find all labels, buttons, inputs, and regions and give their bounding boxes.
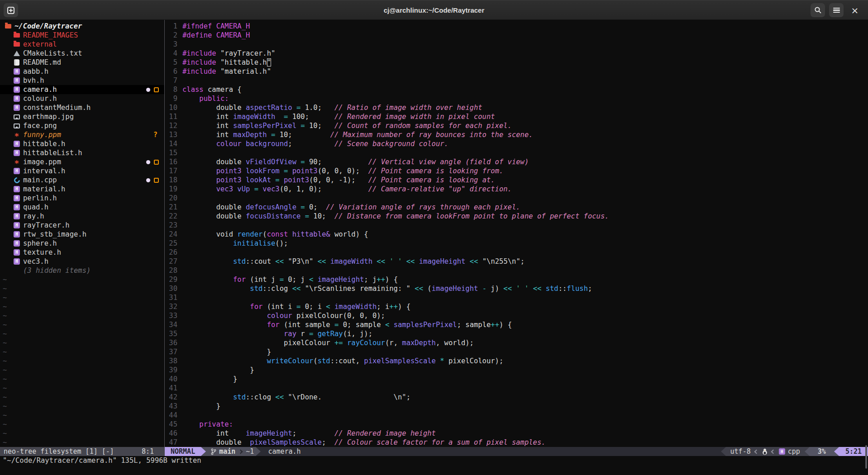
tree-item-raytracer-h[interactable]: HrayTracer.h <box>0 221 164 230</box>
tree-item--3-hidden-items-[interactable]: (3 hidden items) <box>0 266 164 275</box>
code-line-39[interactable]: 39 } <box>165 366 254 375</box>
code-token: background <box>246 140 288 148</box>
tree-item-constantmedium-h[interactable]: HconstantMedium.h <box>0 103 164 112</box>
line-number: 30 <box>165 284 177 293</box>
tree-item-funny-ppm[interactable]: *funny.ppm? <box>0 130 164 139</box>
code-token: double <box>182 212 246 220</box>
code-line-31[interactable]: 31 <box>165 293 182 302</box>
tree-item-material-h[interactable]: Hmaterial.h <box>0 185 164 194</box>
code-line-26[interactable]: 26 <box>165 248 182 257</box>
code-line-47[interactable]: 47 double pixelSamplesScale; // Colour s… <box>165 438 546 447</box>
tree-item-interval-h[interactable]: Hinterval.h <box>0 166 164 176</box>
powerline-separator <box>834 447 839 456</box>
tree-item-ray-h[interactable]: Hray.h <box>0 212 164 221</box>
new-tab-button[interactable] <box>4 3 18 17</box>
code-line-6[interactable]: 6#include "material.h" <box>165 67 271 76</box>
tree-item-readme-images[interactable]: README_IMAGES <box>0 31 164 40</box>
code-line-25[interactable]: 25 initialise(); <box>165 239 288 248</box>
code-token: ; j <box>364 276 377 284</box>
tree-item-cmakelists-txt[interactable]: CMakeLists.txt <box>0 49 164 58</box>
code-line-35[interactable]: 35 ray r = getRay(i, j); <box>165 329 372 338</box>
file-icon <box>13 114 20 119</box>
tree-item--code-raytracer[interactable]: ~/Code/Raytracer <box>0 22 164 31</box>
code-token <box>242 176 246 184</box>
code-line-14[interactable]: 14 colour background; // Scene backgroun… <box>165 139 448 148</box>
code-line-2[interactable]: 2#define CAMERA_H <box>165 31 250 40</box>
line-number: 13 <box>165 130 177 139</box>
code-line-3[interactable]: 3 <box>165 40 182 49</box>
code-token <box>216 49 220 57</box>
scrollbar-thumb[interactable] <box>865 445 867 469</box>
tree-item-image-ppm[interactable]: *image.ppm <box>0 157 164 166</box>
tree-item-colour-h[interactable]: Hcolour.h <box>0 94 164 103</box>
code-line-18[interactable]: 18 point3 lookAt = point3(0, 0, -1); // … <box>165 176 495 185</box>
code-line-22[interactable]: 22 double focusDistance = 10; // Distanc… <box>165 212 609 221</box>
empty-line-tilde: ~ <box>3 393 12 402</box>
code-token <box>182 330 284 338</box>
code-line-37[interactable]: 37 } <box>165 347 271 356</box>
code-line-21[interactable]: 21 double defocusAngle = 0; // Variation… <box>165 203 520 212</box>
code-line-1[interactable]: 1#ifndef CAMERA_H <box>165 22 250 31</box>
code-line-23[interactable]: 23 <box>165 221 182 230</box>
tree-item-sphere-h[interactable]: Hsphere.h <box>0 239 164 248</box>
tree-item-readme-md[interactable]: README.md <box>0 58 164 67</box>
code-line-41[interactable]: 41 <box>165 384 182 393</box>
code-line-24[interactable]: 24 void render(const hittable& world) { <box>165 230 368 239</box>
code-line-44[interactable]: 44 <box>165 411 182 420</box>
code-line-43[interactable]: 43 } <box>165 402 220 411</box>
tree-item-main-cpp[interactable]: main.cpp <box>0 176 164 185</box>
code-line-7[interactable]: 7 <box>165 76 182 85</box>
tree-item-hittable-h[interactable]: Hhittable.h <box>0 139 164 148</box>
close-button[interactable]: × <box>848 3 862 17</box>
code-line-40[interactable]: 40 } <box>165 375 237 384</box>
tree-item-aabb-h[interactable]: Haabb.h <box>0 67 164 76</box>
code-line-17[interactable]: 17 point3 lookFrom = point3(0, 0, 0); //… <box>165 166 503 176</box>
git-branch-name[interactable]: main <box>219 447 235 456</box>
code-line-4[interactable]: 4#include "rayTracer.h" <box>165 49 275 58</box>
code-line-15[interactable]: 15 <box>165 148 182 157</box>
code-line-10[interactable]: 10 double aspectRatio = 1.0; // Ratio of… <box>165 103 482 112</box>
code-line-27[interactable]: 27 std::cout << "P3\n" << imageWidth << … <box>165 257 525 266</box>
code-line-36[interactable]: 36 pixelColour += rayColour(r, maxDepth,… <box>165 338 474 347</box>
code-line-29[interactable]: 29 for (int j = 0; j < imageHeight; j++)… <box>165 275 398 284</box>
tree-item-bvh-h[interactable]: Hbvh.h <box>0 76 164 85</box>
code-token: vec3 <box>216 185 233 193</box>
file-icon: * <box>13 131 20 138</box>
code-line-5[interactable]: 5#include "hittable.h" <box>165 58 271 67</box>
code-line-20[interactable]: 20 <box>165 194 182 203</box>
tree-item-rtw-stb-image-h[interactable]: Hrtw_stb_image.h <box>0 230 164 239</box>
code-token: for <box>250 303 262 311</box>
code-line-45[interactable]: 45 private: <box>165 420 233 429</box>
line-number: 47 <box>165 438 177 447</box>
code-line-32[interactable]: 32 for (int i = 0; i < imageWidth; i++) … <box>165 302 410 311</box>
code-line-30[interactable]: 30 std::clog << "\rScanlines remaining: … <box>165 284 592 293</box>
code-line-33[interactable]: 33 colour pixelColour(0, 0, 0); <box>165 311 385 320</box>
code-line-16[interactable]: 16 double vFieldOfView = 90; // Vertical… <box>165 157 529 166</box>
code-line-11[interactable]: 11 int imageWidth = 100; // Rendered ima… <box>165 112 495 121</box>
code-line-46[interactable]: 46 int imageHeight; // Rendered image he… <box>165 429 436 438</box>
code-line-28[interactable]: 28 <box>165 266 182 275</box>
tree-item-quad-h[interactable]: Hquad.h <box>0 203 164 212</box>
code-line-13[interactable]: 13 int maxDepth = 10; // Maximum number … <box>165 130 533 139</box>
search-button[interactable] <box>811 3 825 17</box>
command-line-message: "~/Code/Raytracer/camera.h" 135L, 5996B … <box>3 456 201 465</box>
tree-item-face-png[interactable]: face.png <box>0 121 164 130</box>
tree-item-camera-h[interactable]: Hcamera.h <box>0 85 164 94</box>
code-line-8[interactable]: 8class camera { <box>165 85 242 94</box>
code-line-12[interactable]: 12 int samplesPerPixel = 10; // Count of… <box>165 121 512 130</box>
tree-item-perlin-h[interactable]: Hperlin.h <box>0 194 164 203</box>
file-icon <box>13 124 20 128</box>
code-line-34[interactable]: 34 for (int sample = 0; sample < samples… <box>165 320 512 329</box>
tree-item-texture-h[interactable]: Htexture.h <box>0 248 164 257</box>
code-line-19[interactable]: 19 vec3 vUp = vec3(0, 1, 0); // Camera-r… <box>165 185 512 194</box>
code-line-38[interactable]: 38 writeColour(std::cout, pixelSamplesSc… <box>165 356 503 366</box>
code-token: < <box>385 321 389 329</box>
menu-button[interactable] <box>829 3 844 17</box>
tree-item-vec3-h[interactable]: Hvec3.h <box>0 257 164 266</box>
code-token: ; <box>292 429 334 437</box>
code-line-42[interactable]: 42 std::clog << "\rDone. \n"; <box>165 393 410 402</box>
tree-item-external[interactable]: external <box>0 40 164 49</box>
tree-item-hittablelist-h[interactable]: HhittableList.h <box>0 148 164 157</box>
code-line-9[interactable]: 9 public: <box>165 94 229 103</box>
tree-item-earthmap-jpg[interactable]: earthmap.jpg <box>0 112 164 121</box>
